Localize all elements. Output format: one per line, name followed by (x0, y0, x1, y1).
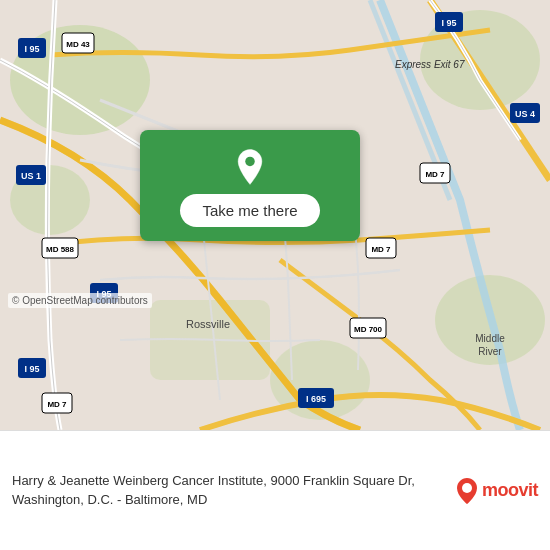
svg-text:Express Exit 67: Express Exit 67 (395, 59, 465, 70)
location-pin-icon (231, 148, 269, 186)
svg-text:I 695: I 695 (306, 394, 326, 404)
svg-point-38 (462, 483, 472, 493)
moovit-pin-icon (456, 477, 478, 505)
svg-point-37 (245, 157, 255, 167)
svg-text:River: River (478, 346, 502, 357)
footer: Harry & Jeanette Weinberg Cancer Institu… (0, 430, 550, 550)
svg-text:MD 7: MD 7 (47, 400, 67, 409)
moovit-brand-name: moovit (482, 480, 538, 501)
svg-text:MD 7: MD 7 (371, 245, 391, 254)
moovit-logo: moovit (456, 477, 538, 505)
svg-text:MD 588: MD 588 (46, 245, 75, 254)
svg-text:MD 43: MD 43 (66, 40, 90, 49)
svg-text:US 4: US 4 (515, 109, 535, 119)
svg-text:MD 7: MD 7 (425, 170, 445, 179)
map-container: I 95 MD 43 I 95 US 4 Express Exit 67 US … (0, 0, 550, 430)
svg-text:I 95: I 95 (24, 364, 39, 374)
cta-overlay: Take me there (140, 130, 360, 241)
svg-text:MD 700: MD 700 (354, 325, 383, 334)
svg-text:Middle: Middle (475, 333, 505, 344)
map-attribution: © OpenStreetMap contributors (8, 293, 152, 308)
take-me-there-button[interactable]: Take me there (180, 194, 319, 227)
svg-text:US 1: US 1 (21, 171, 41, 181)
destination-address: Harry & Jeanette Weinberg Cancer Institu… (12, 472, 448, 508)
svg-text:Rossville: Rossville (186, 318, 230, 330)
svg-text:I 95: I 95 (24, 44, 39, 54)
svg-text:I 95: I 95 (441, 18, 456, 28)
